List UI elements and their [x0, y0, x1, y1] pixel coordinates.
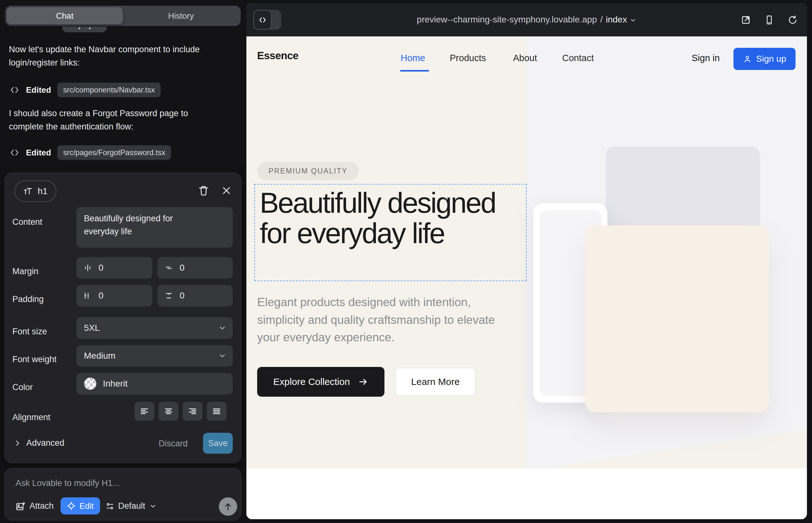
padding-x-input[interactable]: 0: [76, 285, 152, 306]
tab-chat[interactable]: Chat: [7, 7, 123, 24]
margin-label: Margin: [12, 267, 39, 276]
font-size-select[interactable]: 5XL: [76, 317, 233, 339]
chip-dot: [78, 28, 80, 29]
preview-toolbar: preview--charming-site-symphony.lovable.…: [246, 3, 807, 36]
explore-collection-label: Explore Collection: [273, 376, 350, 387]
margin-y-value: 0: [180, 263, 184, 273]
learn-more-button[interactable]: Learn More: [395, 367, 476, 396]
close-editor-button[interactable]: [219, 184, 233, 198]
nav-link-contact[interactable]: Contact: [562, 53, 594, 63]
padding-y-icon: [164, 291, 173, 300]
font-size-value: 5XL: [84, 323, 100, 333]
prompt-input[interactable]: Ask Lovable to modify H1...: [16, 479, 120, 488]
attach-image-icon: [16, 502, 25, 511]
color-swatch-transparent: [84, 377, 96, 390]
url-page: index: [606, 15, 627, 24]
edited-file-chip[interactable]: src/pages/ForgotPassword.tsx: [57, 145, 171, 160]
tag-label: h1: [38, 186, 48, 196]
url-text: preview--charming-site-symphony.lovable.…: [417, 15, 597, 24]
user-icon: [743, 54, 752, 63]
margin-x-value: 0: [99, 263, 104, 273]
open-external-icon[interactable]: [740, 14, 752, 26]
tab-history[interactable]: History: [123, 7, 239, 24]
edit-label: Edit: [80, 501, 94, 511]
nav-link-home[interactable]: Home: [401, 53, 425, 63]
advanced-toggle[interactable]: Advanced: [14, 438, 64, 448]
align-center-button[interactable]: [159, 402, 178, 421]
align-justify-button[interactable]: [207, 402, 226, 421]
font-size-label: Font size: [12, 327, 47, 337]
hero-badge: PREMIUM QUALITY: [257, 162, 359, 180]
prompt-input-card: Ask Lovable to modify H1... Attach Edit …: [4, 468, 241, 521]
color-select[interactable]: Inherit: [76, 373, 233, 395]
content-input[interactable]: Beautifully designed for everyday life: [76, 207, 233, 248]
color-label: Color: [12, 382, 33, 392]
mode-label: Default: [118, 501, 145, 511]
preview-toolbar-actions: [740, 14, 799, 26]
edit-mode-button[interactable]: Edit: [60, 497, 100, 515]
type-icon: [23, 186, 33, 196]
explore-collection-button[interactable]: Explore Collection: [257, 367, 385, 397]
hero-heading[interactable]: Beautifully designed for everyday life: [260, 188, 529, 248]
alignment-label: Alignment: [12, 413, 50, 422]
sign-up-label: Sign up: [756, 54, 786, 64]
discard-button[interactable]: Discard: [159, 439, 188, 449]
font-weight-label: Font weight: [12, 355, 57, 364]
margin-x-icon: [83, 264, 92, 272]
padding-x-value: 0: [99, 291, 104, 301]
padding-y-value: 0: [180, 291, 184, 301]
font-weight-value: Medium: [84, 351, 116, 361]
target-icon: [67, 502, 76, 510]
arrow-right-icon: [358, 377, 368, 387]
sign-up-button[interactable]: Sign up: [734, 48, 796, 70]
color-value: Inherit: [103, 379, 128, 389]
padding-label: Padding: [12, 294, 44, 304]
hero-card-cream: [585, 226, 769, 412]
edited-label: Edited: [26, 85, 51, 95]
sign-in-link[interactable]: Sign in: [692, 53, 720, 63]
delete-element-button[interactable]: [197, 184, 211, 198]
chevron-down-icon: [218, 352, 226, 360]
lovable-workspace: Chat History Now let's update the Navbar…: [0, 0, 812, 523]
chip-dot: [89, 28, 91, 29]
selected-element-tag: h1: [14, 180, 56, 202]
active-nav-underline: [400, 70, 429, 72]
code-icon: [10, 85, 20, 95]
align-left-button[interactable]: [135, 402, 154, 421]
align-right-button[interactable]: [183, 402, 202, 421]
nav-link-products[interactable]: Products: [450, 53, 486, 63]
preview-url[interactable]: preview--charming-site-symphony.lovable.…: [246, 15, 807, 25]
attach-label: Attach: [30, 501, 54, 511]
mobile-view-icon[interactable]: [763, 14, 775, 26]
preview-window: preview--charming-site-symphony.lovable.…: [246, 3, 807, 519]
chevron-down-icon: [630, 17, 637, 24]
attach-button[interactable]: Attach: [16, 501, 54, 511]
padding-y-input[interactable]: 0: [157, 285, 233, 306]
padding-x-icon: [83, 291, 92, 300]
mode-selector[interactable]: Default: [105, 501, 157, 511]
chevron-down-icon: [149, 502, 157, 510]
save-button[interactable]: Save: [203, 433, 233, 454]
arrow-up-icon: [223, 502, 233, 511]
nav-link-about[interactable]: About: [513, 53, 537, 63]
chevron-right-icon: [14, 439, 21, 447]
url-separator: /: [600, 15, 603, 24]
refresh-icon[interactable]: [787, 14, 799, 26]
hero-paragraph: Elegant products designed with intention…: [257, 293, 514, 346]
edited-label: Edited: [26, 148, 51, 158]
margin-y-input[interactable]: 0: [157, 257, 233, 278]
chevron-down-icon: [218, 324, 226, 332]
site-logo[interactable]: Essence: [257, 50, 298, 62]
element-editor-panel: h1 Content Beautifully designed for ever…: [4, 173, 241, 463]
scrolled-out-chip: [62, 26, 107, 32]
content-value: Beautifully designed for everyday life: [84, 212, 195, 238]
margin-x-input[interactable]: 0: [76, 257, 152, 278]
content-label: Content: [12, 217, 42, 227]
edited-file-chip[interactable]: src/components/Navbar.tsx: [57, 83, 160, 97]
preview-page: Essence Home Products About Contact Sign…: [246, 36, 807, 519]
file-edit-row: Edited src/pages/ForgotPassword.tsx: [10, 144, 171, 161]
font-weight-select[interactable]: Medium: [76, 345, 233, 366]
file-edit-row: Edited src/components/Navbar.tsx: [10, 82, 161, 98]
send-button[interactable]: [219, 497, 237, 516]
assistant-message: I should also create a Forgot Password p…: [9, 107, 222, 133]
